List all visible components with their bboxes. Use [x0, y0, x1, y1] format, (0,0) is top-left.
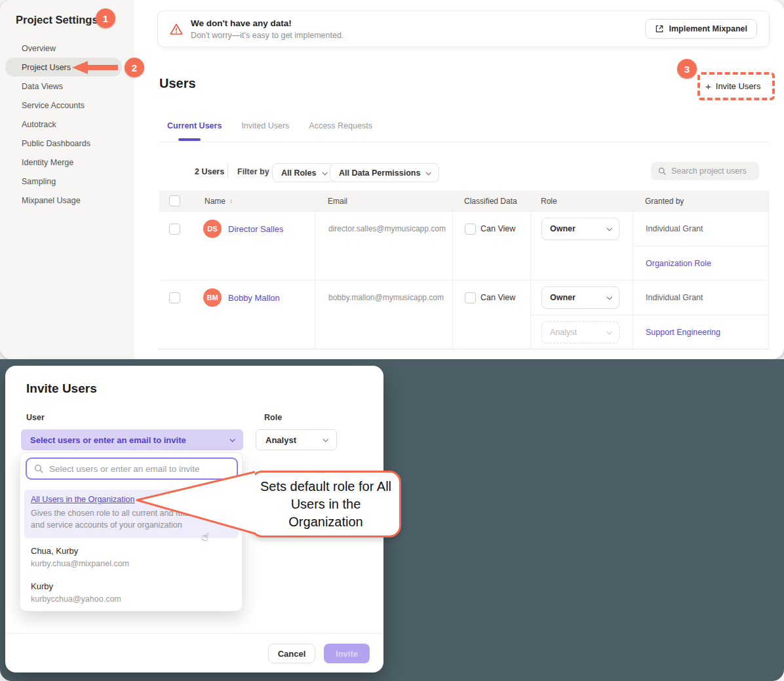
- can-view-label: Can View: [480, 224, 515, 233]
- can-view-label: Can View: [480, 293, 515, 302]
- column-email: Email: [328, 197, 347, 206]
- banner-title: We don't have any data!: [191, 18, 343, 28]
- sidebar-item-data-views[interactable]: Data Views: [0, 77, 134, 96]
- active-tab-underline: [178, 138, 201, 141]
- search-icon: [657, 166, 667, 176]
- option-chua-kurby[interactable]: Chua, Kurby kurby.chua@mixpanel.com: [24, 543, 239, 571]
- search-project-users: [651, 162, 759, 180]
- project-settings-card: Project Settings Overview Project Users …: [0, 0, 784, 359]
- row-checkbox[interactable]: [169, 292, 180, 303]
- step-badge-3: 3: [677, 59, 697, 79]
- chevron-down-icon: [606, 294, 612, 300]
- table-row: DS Director Salles director.salles@mymus…: [159, 211, 768, 280]
- column-name: Name: [205, 197, 225, 206]
- tab-invited-users[interactable]: Invited Users: [241, 121, 289, 130]
- chevron-down-icon: [229, 437, 235, 442]
- role-dropdown[interactable]: Owner: [541, 286, 619, 309]
- callout-bubble: Sets default role for All Users in the O…: [250, 471, 401, 537]
- can-view-checkbox[interactable]: [465, 292, 476, 303]
- role-dropdown-disabled[interactable]: Analyst: [541, 321, 619, 343]
- step-badge-1: 1: [96, 9, 115, 28]
- avatar: BM: [203, 288, 222, 307]
- cancel-button[interactable]: Cancel: [268, 644, 315, 663]
- annotation-arrow-left-icon: [72, 60, 118, 75]
- search-icon: [33, 463, 44, 474]
- table-row: BM Bobby Mallon bobby.mallon@mymusicapp.…: [159, 280, 768, 349]
- option-kurby[interactable]: Kurby kurbycchua@yahoo.com: [24, 579, 239, 606]
- search-input[interactable]: [671, 166, 750, 176]
- callout-tail: [133, 467, 258, 539]
- support-engineering-link[interactable]: Support Engineering: [646, 328, 720, 337]
- user-name-link[interactable]: Bobby Mallon: [228, 293, 280, 303]
- tabs-divider: [159, 142, 769, 142]
- chevron-down-icon: [606, 225, 612, 231]
- user-email: bobby.mallon@mymusicapp.com: [315, 281, 452, 315]
- sidebar-title: Project Settings: [16, 14, 98, 26]
- invite-button[interactable]: Invite: [324, 644, 370, 663]
- sidebar-item-overview[interactable]: Overview: [0, 39, 134, 58]
- row-checkbox[interactable]: [169, 224, 180, 235]
- role-select[interactable]: Analyst: [256, 429, 337, 450]
- filter-by-label: Filter by: [237, 167, 269, 176]
- sidebar-item-mixpanel-usage[interactable]: Mixpanel Usage: [0, 191, 134, 210]
- granted-by-value: Individual Grant: [646, 293, 703, 302]
- implement-mixpanel-button[interactable]: Implement Mixpanel: [645, 19, 757, 39]
- role-dropdown[interactable]: Owner: [541, 218, 619, 240]
- users-tabs: Current Users Invited Users Access Reque…: [167, 121, 372, 130]
- users-table: Name ↕ Email Classified Data Role Grante…: [159, 191, 769, 349]
- page-title: Users: [159, 76, 196, 91]
- can-view-checkbox[interactable]: [465, 224, 476, 235]
- user-email: director.salles@mymusicapp.com: [315, 212, 452, 246]
- column-classified-data: Classified Data: [464, 197, 517, 206]
- column-granted-by: Granted by: [645, 197, 684, 206]
- sidebar-item-public-dashboards[interactable]: Public Dashboards: [0, 134, 134, 153]
- sidebar-item-autotrack[interactable]: Autotrack: [0, 115, 134, 134]
- select-all-checkbox[interactable]: [169, 195, 180, 206]
- external-link-icon: [655, 24, 664, 33]
- annotation-dashed-highlight: [697, 72, 775, 100]
- chevron-down-icon: [323, 437, 328, 442]
- user-select[interactable]: Select users or enter an email to invite: [21, 429, 243, 450]
- sidebar-item-service-accounts[interactable]: Service Accounts: [0, 96, 134, 115]
- users-count: 2 Users: [195, 167, 224, 176]
- sidebar-item-identity-merge[interactable]: Identity Merge: [0, 153, 134, 172]
- all-data-permissions-dropdown[interactable]: All Data Permissions: [330, 163, 439, 182]
- user-label: User: [26, 413, 45, 422]
- avatar: DS: [203, 220, 222, 238]
- chevron-down-icon: [606, 329, 612, 334]
- no-data-banner: We don't have any data! Don't worry—it's…: [157, 10, 770, 47]
- dialog-title: Invite Users: [26, 381, 97, 396]
- screenshot-stage: Project Settings Overview Project Users …: [0, 0, 784, 681]
- sort-icon[interactable]: ↕: [229, 197, 233, 204]
- sidebar-item-sampling[interactable]: Sampling: [0, 172, 134, 191]
- table-header: Name ↕ Email Classified Data Role Grante…: [159, 191, 768, 211]
- chevron-down-icon: [426, 170, 431, 175]
- tab-current-users[interactable]: Current Users: [167, 121, 222, 130]
- role-label: Role: [264, 413, 282, 422]
- settings-sidebar: Project Settings Overview Project Users …: [0, 0, 134, 359]
- organization-role-link[interactable]: Organization Role: [646, 259, 711, 268]
- banner-text: We don't have any data! Don't worry—it's…: [191, 18, 343, 40]
- tab-access-requests[interactable]: Access Requests: [309, 121, 372, 130]
- dialog-footer-divider: [5, 633, 383, 634]
- chevron-down-icon: [322, 170, 327, 175]
- step-badge-2: 2: [125, 58, 144, 77]
- filter-divider: [227, 164, 228, 178]
- granted-by-value: Individual Grant: [646, 224, 703, 233]
- column-role: Role: [541, 197, 557, 206]
- all-roles-dropdown[interactable]: All Roles: [272, 163, 336, 182]
- warning-icon: [170, 23, 183, 35]
- user-name-link[interactable]: Director Salles: [228, 224, 284, 234]
- banner-subtitle: Don't worry—it's easy to get implemented…: [191, 31, 343, 40]
